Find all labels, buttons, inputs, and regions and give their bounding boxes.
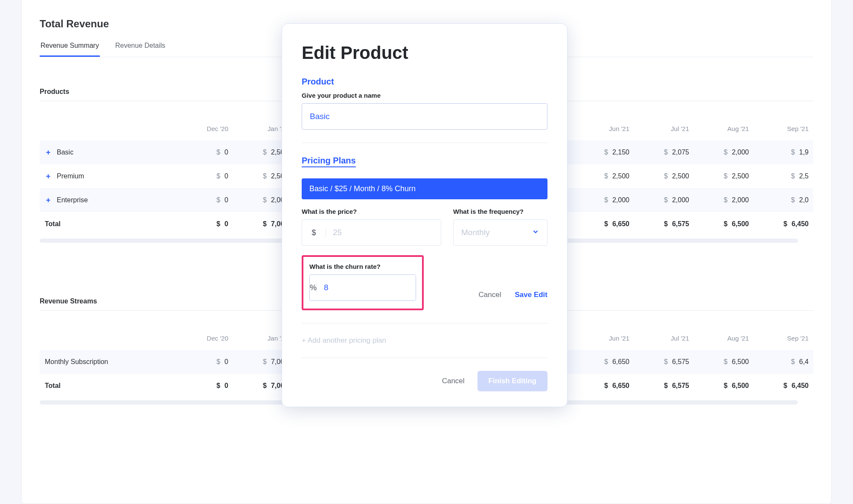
modal-cancel-button[interactable]: Cancel xyxy=(442,377,465,385)
add-pricing-plan[interactable]: + Add another pricing plan xyxy=(302,336,547,345)
plus-icon[interactable]: + xyxy=(45,197,52,204)
price-input-group: $ xyxy=(302,219,441,246)
section-product: Product xyxy=(302,77,547,87)
plan-save-link[interactable]: Save Edit xyxy=(515,291,547,299)
row-label: Basic xyxy=(57,149,73,156)
price-label: What is the price? xyxy=(302,208,441,215)
plan-cancel-link[interactable]: Cancel xyxy=(479,291,501,299)
product-name-input[interactable] xyxy=(302,103,547,130)
pricing-plan-summary[interactable]: Basic / $25 / Month / 8% Churn xyxy=(302,178,547,199)
frequency-label: What is the frequency? xyxy=(453,208,547,215)
tab-revenue-summary[interactable]: Revenue Summary xyxy=(40,42,100,57)
percent-prefix: % xyxy=(310,283,317,292)
churn-label: What is the churn rate? xyxy=(309,263,416,270)
cell-value: 2,150 xyxy=(612,149,629,156)
row-label: Enterprise xyxy=(57,196,88,204)
currency: $ xyxy=(216,149,220,156)
chevron-down-icon xyxy=(532,228,539,238)
col-header: Dec '20 xyxy=(176,125,236,132)
col-header: Jun '21 xyxy=(577,125,637,132)
total-label: Total xyxy=(40,220,176,228)
cell-value: 0 xyxy=(224,149,228,156)
name-field-label: Give your product a name xyxy=(302,92,547,99)
plus-icon[interactable]: + xyxy=(45,173,52,180)
finish-editing-button[interactable]: Finish Editing xyxy=(477,371,547,391)
col-header: Aug '21 xyxy=(697,125,757,132)
col-header: Jul '21 xyxy=(637,125,697,132)
divider xyxy=(302,358,547,358)
divider xyxy=(302,143,547,143)
cell-value: 1,9 xyxy=(799,149,809,156)
plus-icon[interactable]: + xyxy=(45,149,52,156)
divider xyxy=(302,323,547,323)
frequency-value: Monthly xyxy=(461,228,490,237)
row-label: Premium xyxy=(57,172,84,180)
churn-input-group: % xyxy=(309,274,416,301)
section-pricing: Pricing Plans xyxy=(302,156,356,167)
row-label: Monthly Subscription xyxy=(45,358,108,366)
cell-value: 2,000 xyxy=(732,149,749,156)
modal-title: Edit Product xyxy=(302,43,547,63)
col-header: Sep '21 xyxy=(757,125,813,132)
tab-revenue-details[interactable]: Revenue Details xyxy=(114,42,166,57)
cell-value: 2,075 xyxy=(672,149,689,156)
churn-highlight: What is the churn rate? % xyxy=(302,255,424,310)
price-input[interactable] xyxy=(326,220,441,245)
frequency-select[interactable]: Monthly xyxy=(453,219,547,246)
edit-product-modal: Edit Product Product Give your product a… xyxy=(282,23,568,407)
currency-prefix: $ xyxy=(302,228,326,237)
churn-input[interactable] xyxy=(317,275,416,300)
